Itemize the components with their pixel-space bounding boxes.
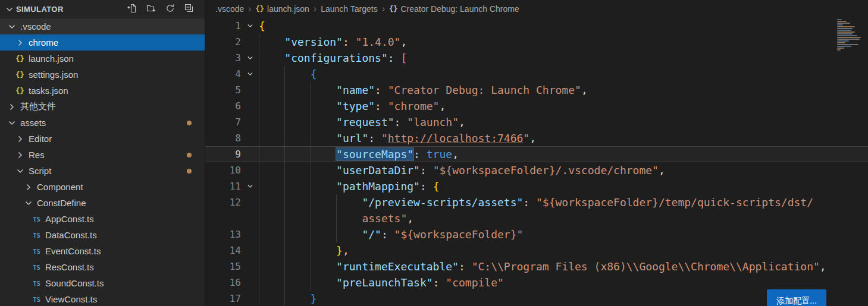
tree-item-appconst.ts[interactable]: TSAppConst.ts: [0, 211, 205, 227]
add-configuration-button[interactable]: 添加配置...: [767, 289, 826, 306]
tree-item-constdefine[interactable]: ConstDefine: [0, 195, 205, 211]
explorer-section-header[interactable]: SIMULATOR: [0, 0, 205, 18]
code-text: "name": "Creator Debug: Launch Chrome",: [259, 82, 588, 98]
code-line[interactable]: 7 "request": "launch",: [205, 114, 868, 130]
fold-chevron-icon[interactable]: [241, 50, 259, 66]
code-line[interactable]: 16 "preLaunchTask": "compile": [205, 275, 868, 291]
minimap-line: [837, 35, 857, 36]
fold-gutter: [241, 114, 259, 130]
fold-chevron-icon[interactable]: [241, 18, 259, 34]
tree-item-component[interactable]: Component: [0, 179, 205, 195]
code-text: "preLaunchTask": "compile": [259, 275, 504, 291]
file-tree: .vscodechrome{}launch.json{}settings.jso…: [0, 18, 205, 306]
fold-chevron-icon[interactable]: [241, 66, 259, 82]
fold-gutter: [241, 291, 259, 306]
tree-item-dataconst.ts[interactable]: TSDataConst.ts: [0, 227, 205, 243]
breadcrumb-item-.vscode[interactable]: .vscode: [215, 4, 244, 14]
code-line[interactable]: 11 "pathMapping": {: [205, 178, 868, 194]
tree-item-folder[interactable]: 其他文件: [0, 99, 205, 115]
code-line[interactable]: 14 },: [205, 242, 868, 258]
tree-item-assets[interactable]: assets: [0, 115, 205, 131]
tree-item-resconst.ts[interactable]: TSResConst.ts: [0, 259, 205, 275]
tree-item-.vscode[interactable]: .vscode: [0, 18, 205, 34]
code-text: "/preview-scripts/assets": "${workspaceF…: [259, 194, 813, 210]
explorer-sidebar: SIMULATOR .vscodechrome{}launch.json{}se…: [0, 0, 205, 306]
tree-item-label: 其他文件: [20, 101, 56, 112]
json-file-icon: {}: [14, 87, 26, 95]
code-text: },: [259, 242, 349, 258]
minimap-line: [837, 42, 845, 43]
code-line[interactable]: 1{: [205, 18, 868, 34]
code-text: "configurations": [: [259, 50, 407, 66]
new-file-button[interactable]: [126, 4, 138, 15]
fold-gutter: [241, 258, 259, 275]
line-number: 6: [205, 98, 241, 114]
tree-item-tasks.json[interactable]: {}tasks.json: [0, 83, 205, 99]
code-line[interactable]: 2 "version": "1.4.0",: [205, 34, 868, 50]
new-file-icon: [127, 4, 137, 15]
tree-item-eventconst.ts[interactable]: TSEventConst.ts: [0, 243, 205, 259]
code-line[interactable]: 3 "configurations": [: [205, 50, 868, 66]
chevron-right-icon: [6, 102, 17, 112]
code-line[interactable]: assets",: [205, 210, 868, 226]
collapse-all-button[interactable]: [183, 4, 195, 15]
tree-item-res[interactable]: Res: [0, 147, 205, 163]
code-text: "pathMapping": {: [259, 178, 439, 194]
breadcrumb-separator: ›: [382, 4, 385, 14]
code-line[interactable]: 13 "/": "${workspaceFolder}": [205, 226, 868, 242]
breadcrumb-item-launch-targets[interactable]: Launch Targets: [321, 4, 377, 14]
fold-gutter: [241, 242, 259, 258]
chevron-down-icon: [6, 118, 17, 128]
tree-item-label: settings.json: [29, 70, 78, 80]
chevron-right-icon: [14, 134, 26, 144]
code-text: "type": "chrome",: [259, 98, 446, 114]
json-file-icon: {}: [14, 71, 26, 79]
tree-item-launch.json[interactable]: {}launch.json: [0, 51, 205, 67]
tree-item-label: tasks.json: [29, 86, 68, 96]
line-number: 13: [205, 226, 241, 242]
line-number: 3: [205, 50, 241, 66]
code-text: "version": "1.4.0",: [259, 34, 407, 50]
editor-pane: .vscode›{}launch.json›Launch Targets›{}C…: [205, 0, 868, 306]
minimap-line: [837, 33, 853, 34]
breadcrumb-item-launch.json[interactable]: {}launch.json: [256, 4, 309, 14]
chevron-down-icon: [23, 198, 34, 208]
tree-item-soundconst.ts[interactable]: TSSoundConst.ts: [0, 275, 205, 291]
code-line[interactable]: 10 "userDataDir": "${workspaceFolder}/.v…: [205, 162, 868, 178]
tree-item-label: assets: [20, 118, 46, 128]
refresh-button[interactable]: [164, 4, 176, 15]
vscode-window: SIMULATOR .vscodechrome{}launch.json{}se…: [0, 0, 868, 306]
minimap-line: [837, 24, 843, 26]
new-folder-button[interactable]: [145, 4, 157, 15]
code-text: "request": "launch",: [259, 114, 465, 130]
chevron-down-icon: [14, 166, 26, 176]
tree-item-editor[interactable]: Editor: [0, 131, 205, 147]
tree-item-viewconst.ts[interactable]: TSViewConst.ts: [0, 291, 205, 306]
tree-item-settings.json[interactable]: {}settings.json: [0, 67, 205, 83]
line-number: 9: [205, 146, 241, 162]
code-line[interactable]: 12 "/preview-scripts/assets": "${workspa…: [205, 194, 868, 210]
code-line[interactable]: 8 "url": "http://localhost:7466",: [205, 130, 868, 146]
tree-item-label: AppConst.ts: [45, 214, 94, 224]
breadcrumb-label: Launch Targets: [321, 4, 377, 14]
minimap[interactable]: [837, 19, 866, 51]
section-chevron-down-icon: [5, 5, 14, 14]
explorer-section-title: SIMULATOR: [16, 5, 126, 14]
minimap-line: [837, 19, 842, 20]
breadcrumb-item-creator-debug-launch-chrome[interactable]: {}Creator Debug: Launch Chrome: [389, 4, 519, 14]
tree-item-chrome[interactable]: chrome: [0, 34, 205, 51]
tree-item-script[interactable]: Script: [0, 163, 205, 179]
tree-item-label: ViewConst.ts: [45, 294, 97, 304]
fold-chevron-icon[interactable]: [241, 178, 259, 194]
active-code-line[interactable]: 9 "sourceMaps": true,: [205, 146, 868, 162]
minimap-line: [837, 31, 855, 33]
code-line[interactable]: 4 {: [205, 66, 868, 82]
code-line[interactable]: 6 "type": "chrome",: [205, 98, 868, 114]
code-line[interactable]: 5 "name": "Creator Debug: Launch Chrome"…: [205, 82, 868, 98]
json-file-icon: {}: [14, 55, 26, 63]
line-number: 15: [205, 258, 241, 275]
tree-item-label: launch.json: [29, 53, 74, 64]
chevron-right-icon: [23, 182, 34, 192]
code-editor[interactable]: 1{2 "version": "1.4.0",3 "configurations…: [205, 18, 868, 306]
code-line[interactable]: 15 "runtimeExecutable": "C:\\Program Fil…: [205, 258, 868, 275]
